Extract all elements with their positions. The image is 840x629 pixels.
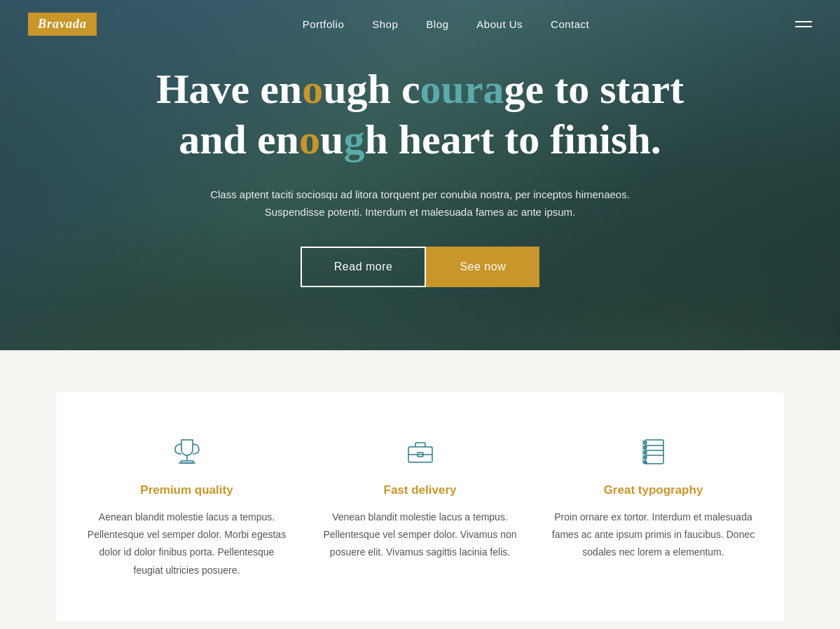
feature-3-title: Great typography [551,483,756,497]
hero-subtitle: Class aptent taciti sociosqu ad litora t… [189,186,652,221]
features-section: Premium quality Aenean blandit molestie … [0,350,840,629]
notebook-svg [636,434,671,469]
hero-title-teal-2: g [343,116,364,163]
feature-great-typography: Great typography Proin ornare ex tortor.… [551,434,756,562]
feature-1-text: Aenean blandit molestie lacus a tempus. … [84,509,289,579]
nav-links: Portfolio Shop Blog About Us Contact [303,18,590,31]
read-more-button[interactable]: Read more [301,247,427,287]
nav-blog[interactable]: Blog [426,18,448,30]
feature-2-text: Venean blandit molestie lacus a tempus. … [317,509,523,562]
feature-premium-quality: Premium quality Aenean blandit molestie … [84,434,289,579]
logo-text: Bravada [38,17,87,31]
notebook-icon [551,434,756,469]
hero-content: Have enough courage to start and enough … [128,64,712,287]
nav-shop[interactable]: Shop [372,18,398,30]
logo[interactable]: Bravada [28,13,97,36]
navbar: Bravada Portfolio Shop Blog About Us Con… [0,0,840,48]
hero-title-gold-2: o [299,116,320,163]
feature-3-text: Proin ornare ex tortor. Interdum et male… [551,509,756,562]
features-grid: Premium quality Aenean blandit molestie … [56,392,784,621]
hero-buttons: Read more See now [156,247,684,287]
see-now-button[interactable]: See now [426,247,539,287]
trophy-svg [170,434,205,469]
nav-contact[interactable]: Contact [551,18,589,30]
hero-title-gold-1: o [302,66,323,112]
feature-fast-delivery: Fast delivery Venean blandit molestie la… [317,434,523,562]
hero-section: Have enough courage to start and enough … [0,0,840,350]
briefcase-svg [403,434,438,469]
feature-1-title: Premium quality [84,483,289,497]
nav-about[interactable]: About Us [476,18,523,30]
svg-rect-6 [645,440,663,464]
nav-portfolio[interactable]: Portfolio [303,18,345,30]
hero-title-teal-1: oura [420,66,504,112]
hero-title: Have enough courage to start and enough … [156,64,684,165]
hamburger-menu[interactable] [795,21,812,27]
trophy-icon [84,434,289,469]
feature-2-title: Fast delivery [317,483,523,497]
briefcase-icon [317,434,523,469]
